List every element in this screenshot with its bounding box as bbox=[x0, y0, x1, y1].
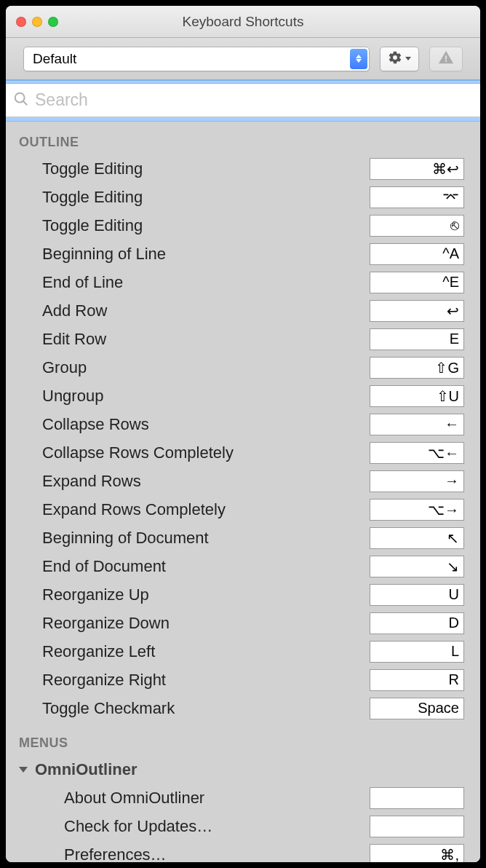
shortcut-field[interactable]: U bbox=[370, 584, 464, 606]
dropdown-chevrons-icon bbox=[350, 49, 367, 69]
search-input[interactable] bbox=[35, 90, 473, 110]
shortcut-label: Reorganize Up bbox=[6, 585, 370, 604]
search-icon bbox=[13, 91, 29, 110]
titlebar: Keyboard Shortcuts bbox=[6, 6, 480, 38]
minimize-button[interactable] bbox=[32, 17, 42, 27]
shortcut-label: Reorganize Right bbox=[6, 671, 370, 690]
shortcut-row: Group⇧G bbox=[6, 353, 480, 382]
shortcut-label: About OmniOutliner bbox=[6, 789, 370, 808]
shortcut-field[interactable]: ↖ bbox=[370, 527, 464, 549]
shortcut-row: Toggle Editing⌘↩ bbox=[6, 154, 480, 183]
shortcut-row: Collapse Rows← bbox=[6, 410, 480, 438]
toolbar: Default bbox=[6, 38, 480, 80]
shortcut-label: Beginning of Document bbox=[6, 529, 370, 548]
shortcut-row: End of Document↘ bbox=[6, 552, 480, 580]
shortcut-field[interactable]: ⌥→ bbox=[370, 499, 464, 521]
svg-line-1 bbox=[23, 100, 28, 105]
shortcut-field[interactable]: ↘ bbox=[370, 556, 464, 577]
shortcut-row: Check for Updates… bbox=[6, 812, 480, 840]
shortcut-row: End of Line^E bbox=[6, 268, 480, 296]
shortcut-row: Expand Rows Completely⌥→ bbox=[6, 495, 480, 524]
shortcut-field[interactable]: ⇧U bbox=[370, 385, 464, 407]
shortcut-row: Reorganize DownD bbox=[6, 609, 480, 637]
shortcut-label: Add Row bbox=[6, 301, 370, 320]
shortcut-label: Collapse Rows Completely bbox=[6, 443, 370, 462]
shortcut-row: Collapse Rows Completely⌥← bbox=[6, 438, 480, 467]
shortcut-field[interactable] bbox=[370, 787, 464, 809]
shortcut-label: Check for Updates… bbox=[6, 817, 370, 836]
shortcut-label: Expand Rows bbox=[6, 472, 370, 491]
section-header-menus: MENUS bbox=[6, 722, 480, 755]
shortcut-label: Toggle Editing bbox=[6, 159, 370, 178]
zoom-button[interactable] bbox=[48, 17, 58, 27]
menu-group-header[interactable]: OmniOutliner bbox=[6, 755, 480, 784]
shortcut-label: Preferences… bbox=[6, 845, 370, 863]
window: Keyboard Shortcuts Default bbox=[6, 6, 480, 862]
shortcut-label: Expand Rows Completely bbox=[6, 500, 370, 519]
shortcut-field[interactable]: D bbox=[370, 612, 464, 634]
shortcut-label: Beginning of Line bbox=[6, 245, 370, 264]
shortcut-label: Reorganize Down bbox=[6, 614, 370, 633]
shortcut-field[interactable]: ⌘, bbox=[370, 844, 464, 863]
shortcut-label: Group bbox=[6, 358, 370, 377]
shortcut-row: Toggle Editing⎋ bbox=[6, 211, 480, 240]
shortcut-row: Beginning of Document↖ bbox=[6, 524, 480, 552]
chevron-down-icon bbox=[405, 57, 411, 60]
shortcut-label: Edit Row bbox=[6, 330, 370, 349]
shortcut-row: Add Row↩ bbox=[6, 296, 480, 325]
shortcut-field[interactable]: E bbox=[370, 328, 464, 350]
shortcut-field[interactable]: ^A bbox=[370, 243, 464, 265]
search-row bbox=[6, 84, 480, 117]
gear-icon bbox=[388, 50, 402, 68]
shortcut-row: Reorganize LeftL bbox=[6, 637, 480, 666]
shortcut-field[interactable]: ↩ bbox=[370, 300, 464, 322]
shortcut-row: Expand Rows→ bbox=[6, 467, 480, 495]
content-area: OUTLINE Toggle Editing⌘↩Toggle Editing⌤T… bbox=[6, 122, 480, 862]
warning-icon bbox=[437, 50, 455, 68]
shortcut-label: Reorganize Left bbox=[6, 642, 370, 661]
shortcut-row: Toggle CheckmarkSpace bbox=[6, 694, 480, 722]
menu-group-title: OmniOutliner bbox=[35, 760, 138, 779]
shortcut-row: Edit RowE bbox=[6, 325, 480, 353]
shortcut-row: Toggle Editing⌤ bbox=[6, 183, 480, 211]
shortcut-field[interactable]: ^E bbox=[370, 272, 464, 293]
shortcut-field[interactable]: Space bbox=[370, 698, 464, 719]
shortcut-field[interactable] bbox=[370, 816, 464, 837]
shortcut-field[interactable]: ⌤ bbox=[370, 186, 464, 208]
shortcut-field[interactable]: ← bbox=[370, 414, 464, 435]
warnings-button[interactable] bbox=[429, 47, 463, 71]
actions-button[interactable] bbox=[380, 47, 419, 71]
section-header-outline: OUTLINE bbox=[6, 122, 480, 154]
shortcut-label: End of Document bbox=[6, 557, 370, 576]
shortcut-row: Beginning of Line^A bbox=[6, 240, 480, 268]
shortcut-field[interactable]: ⌘↩ bbox=[370, 158, 464, 180]
shortcut-row: Preferences…⌘, bbox=[6, 840, 480, 862]
svg-point-0 bbox=[15, 92, 25, 102]
window-title: Keyboard Shortcuts bbox=[6, 14, 480, 30]
shortcut-field[interactable]: ⎋ bbox=[370, 215, 464, 237]
close-button[interactable] bbox=[16, 17, 26, 27]
preset-value: Default bbox=[33, 51, 76, 67]
shortcut-row: Ungroup⇧U bbox=[6, 382, 480, 410]
shortcut-field[interactable]: ⇧G bbox=[370, 357, 464, 379]
shortcut-label: End of Line bbox=[6, 273, 370, 292]
disclosure-triangle-icon bbox=[19, 767, 28, 773]
shortcut-label: Toggle Editing bbox=[6, 216, 370, 235]
shortcut-field[interactable]: ⌥← bbox=[370, 442, 464, 464]
shortcut-field[interactable]: → bbox=[370, 470, 464, 492]
shortcut-row: Reorganize UpU bbox=[6, 580, 480, 609]
preset-dropdown[interactable]: Default bbox=[23, 47, 370, 71]
shortcut-label: Collapse Rows bbox=[6, 415, 370, 434]
shortcut-field[interactable]: R bbox=[370, 669, 464, 691]
traffic-lights bbox=[6, 17, 58, 27]
shortcut-row: Reorganize RightR bbox=[6, 666, 480, 694]
shortcut-label: Ungroup bbox=[6, 387, 370, 406]
shortcut-row: About OmniOutliner bbox=[6, 784, 480, 812]
shortcut-label: Toggle Editing bbox=[6, 188, 370, 207]
shortcut-field[interactable]: L bbox=[370, 641, 464, 663]
shortcut-label: Toggle Checkmark bbox=[6, 699, 370, 718]
